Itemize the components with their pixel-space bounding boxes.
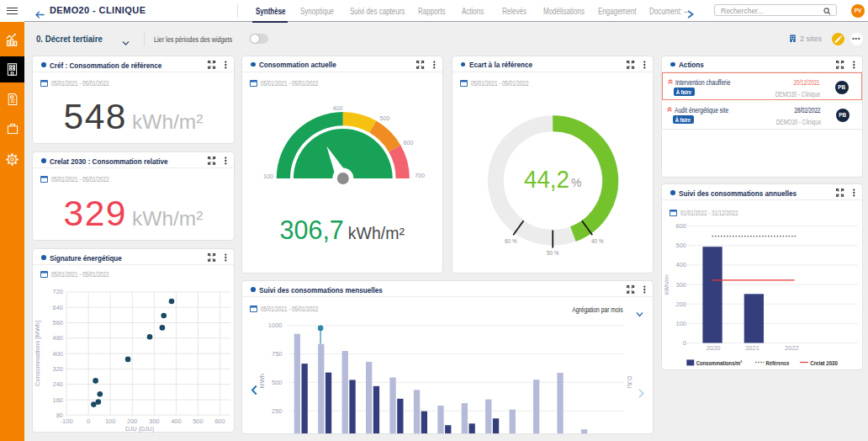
- svg-text:-100: -100: [61, 417, 73, 425]
- svg-text:500: 500: [272, 379, 283, 386]
- svg-text:Consommations [MWh]: Consommations [MWh]: [34, 321, 41, 386]
- svg-text:560: 560: [52, 319, 63, 327]
- svg-text:300: 300: [675, 281, 686, 289]
- svg-text:44,2: 44,2: [524, 165, 569, 192]
- svg-text:Référence: Référence: [766, 359, 790, 367]
- svg-text:600: 600: [214, 417, 225, 425]
- svg-text:kWh/m²: kWh/m²: [664, 274, 670, 295]
- svg-text:200: 200: [675, 300, 686, 308]
- svg-text:160: 160: [52, 396, 63, 404]
- svg-text:2020: 2020: [707, 344, 721, 352]
- svg-text:500: 500: [380, 114, 390, 122]
- svg-text:DJU (DJU): DJU (DJU): [125, 425, 154, 433]
- svg-text:100: 100: [675, 320, 686, 327]
- svg-text:40 %: 40 %: [591, 238, 604, 244]
- svg-text:500: 500: [193, 417, 204, 425]
- svg-text:200: 200: [127, 417, 138, 425]
- svg-text:640: 640: [52, 304, 63, 311]
- svg-text:720: 720: [52, 288, 63, 295]
- svg-text:100: 100: [105, 417, 116, 425]
- svg-text:Consommations/m²: Consommations/m²: [696, 359, 743, 367]
- svg-text:2021: 2021: [745, 344, 760, 352]
- svg-text:400: 400: [171, 417, 182, 425]
- svg-text:250: 250: [272, 407, 283, 415]
- svg-text:700: 700: [415, 171, 425, 178]
- svg-text:100: 100: [263, 172, 273, 179]
- svg-text:750: 750: [272, 350, 283, 358]
- svg-text:2022: 2022: [785, 344, 799, 352]
- svg-text:300: 300: [149, 417, 160, 425]
- svg-text:320: 320: [52, 365, 63, 373]
- svg-text:50 %: 50 %: [546, 249, 558, 255]
- svg-text:500: 500: [675, 242, 686, 249]
- svg-text:Crelat 2030: Crelat 2030: [810, 359, 838, 367]
- svg-text:1000: 1000: [268, 321, 283, 329]
- svg-text:%: %: [571, 175, 581, 189]
- svg-text:MWh: MWh: [258, 374, 266, 389]
- svg-text:0: 0: [87, 417, 90, 425]
- svg-text:240: 240: [52, 380, 63, 388]
- svg-text:600: 600: [404, 138, 414, 146]
- svg-text:400: 400: [52, 350, 63, 358]
- svg-text:60 %: 60 %: [505, 238, 517, 244]
- svg-text:600: 600: [675, 222, 686, 230]
- svg-text:400: 400: [333, 104, 343, 112]
- svg-text:DJU: DJU: [626, 376, 633, 389]
- svg-text:480: 480: [52, 334, 63, 342]
- svg-text:0: 0: [683, 339, 686, 347]
- svg-text:400: 400: [675, 261, 686, 268]
